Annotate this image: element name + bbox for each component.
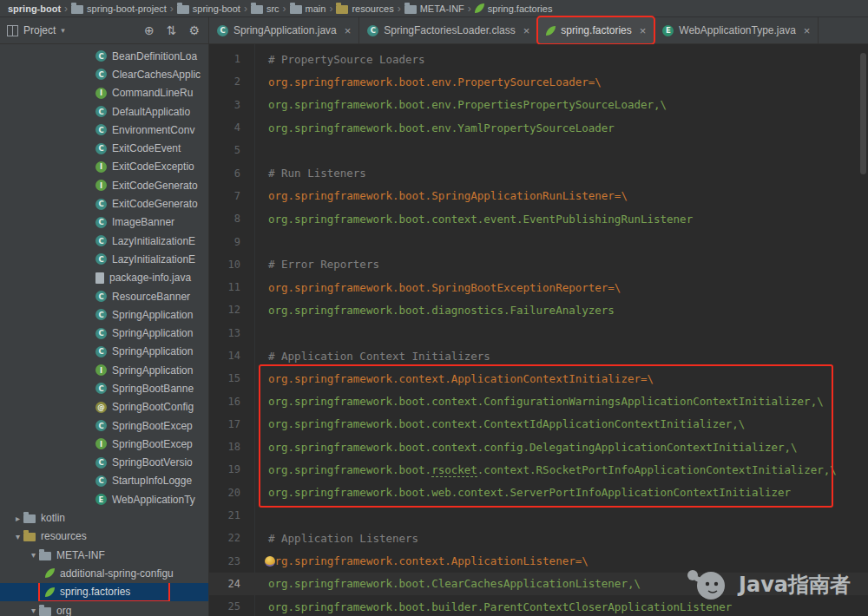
code-line[interactable]: 14# Application Context Initializers — [209, 344, 868, 367]
code-line[interactable]: 22# Application Listeners — [209, 527, 868, 549]
code-line[interactable]: 8org.springframework.boot.context.event.… — [209, 207, 868, 230]
spring-config-icon — [45, 568, 55, 578]
code-text: org.springframework.boot.rsocket.context… — [251, 463, 837, 476]
tree-item[interactable]: CExitCodeEvent — [0, 139, 208, 157]
tree-item[interactable]: CLazyInitializationE — [0, 250, 208, 268]
tree-item[interactable]: CDefaultApplicatio — [0, 102, 208, 121]
enum-icon: E — [662, 25, 674, 36]
tree-item[interactable]: ISpringBootExcep — [0, 435, 208, 453]
project-panel-icon[interactable] — [7, 25, 18, 36]
code-line[interactable]: 17org.springframework.boot.context.Conte… — [209, 413, 868, 436]
code-line[interactable]: 1# PropertySource Loaders — [209, 48, 868, 70]
breadcrumb-separator: › — [244, 3, 247, 15]
tree-item[interactable]: CEnvironmentConv — [0, 121, 208, 139]
tree-item[interactable]: EWebApplicationTy — [0, 490, 208, 508]
tree-item[interactable]: ISpringApplication — [0, 361, 208, 379]
tree-item[interactable]: ▾resources — [0, 528, 208, 546]
code-line[interactable]: 11org.springframework.boot.SpringBootExc… — [209, 276, 868, 298]
code-line[interactable]: 13 — [209, 322, 868, 344]
tree-item[interactable]: ICommandLineRu — [0, 84, 208, 102]
tree-item[interactable]: IExitCodeGenerato — [0, 176, 208, 194]
code-line[interactable]: 21 — [209, 504, 868, 527]
editor-tab[interactable]: CSpringApplication.java× — [209, 17, 359, 43]
line-number: 24 — [209, 578, 251, 590]
breadcrumb-item[interactable]: main — [287, 3, 329, 14]
code-line[interactable]: 2org.springframework.boot.env.PropertySo… — [209, 70, 868, 93]
editor-tab[interactable]: CSpringFactoriesLoader.class× — [359, 17, 538, 43]
chevron-down-icon[interactable]: ▾ — [61, 26, 65, 35]
tree-item-label: StartupInfoLogge — [112, 475, 192, 487]
code-line[interactable]: 10# Error Reporters — [209, 253, 868, 276]
tree-item[interactable]: CStartupInfoLogge — [0, 472, 208, 490]
intention-bulb-icon[interactable] — [265, 556, 275, 567]
line-number: 16 — [209, 396, 251, 408]
breadcrumb-label: resources — [352, 3, 393, 14]
breadcrumb-separator: › — [398, 3, 401, 15]
tree-item[interactable]: package-info.java — [0, 269, 208, 287]
tree-item-label: spring.factories — [60, 586, 130, 598]
breadcrumb-item[interactable]: resources — [333, 3, 396, 14]
tab-close-icon[interactable]: × — [640, 24, 647, 37]
editor-tab[interactable]: spring.factories× — [538, 17, 654, 43]
breadcrumb-label: main — [306, 3, 326, 14]
line-number: 5 — [209, 144, 251, 156]
breadcrumb-item[interactable]: src — [248, 3, 282, 14]
code-line[interactable]: 18org.springframework.boot.context.confi… — [209, 436, 868, 458]
tree-item[interactable]: CSpringBootExcep — [0, 416, 208, 435]
code-line[interactable]: 9 — [209, 230, 868, 252]
code-line[interactable]: 7org.springframework.boot.SpringApplicat… — [209, 185, 868, 207]
tree-item[interactable]: additional-spring-configu — [0, 564, 208, 582]
tree-item[interactable]: CSpringBootVersio — [0, 454, 208, 472]
tree-item-label: SpringBootBanne — [112, 383, 194, 395]
locate-file-icon[interactable]: ⊕ — [144, 23, 155, 37]
tree-item[interactable]: CClearCachesApplic — [0, 65, 208, 83]
code-line[interactable]: 16org.springframework.boot.context.Confi… — [209, 390, 868, 412]
tree-item[interactable]: CSpringApplication — [0, 305, 208, 324]
chevron-expanded-icon[interactable]: ▾ — [12, 532, 23, 541]
tab-close-icon[interactable]: × — [804, 24, 811, 37]
code-line[interactable]: 6# Run Listeners — [209, 161, 868, 184]
breadcrumb-item[interactable]: spring.factories — [472, 3, 556, 14]
breadcrumb-item[interactable]: spring-boot — [174, 3, 243, 14]
project-panel-title[interactable]: Project — [23, 24, 56, 36]
gear-icon[interactable]: ⚙ — [188, 23, 200, 37]
tree-item[interactable]: CResourceBanner — [0, 287, 208, 305]
code-line[interactable]: 3org.springframework.boot.env.Properties… — [209, 94, 868, 116]
line-number: 19 — [209, 463, 251, 475]
tree-item[interactable]: ▸kotlin — [0, 508, 208, 527]
code-line[interactable]: 4org.springframework.boot.env.YamlProper… — [209, 116, 868, 139]
tab-close-icon[interactable]: × — [345, 24, 352, 37]
tree-item[interactable]: ▾org — [0, 601, 208, 616]
tab-close-icon[interactable]: × — [523, 24, 530, 37]
tree-item[interactable]: CBeanDefinitionLoa — [0, 47, 208, 65]
chevron-expanded-icon[interactable]: ▾ — [28, 550, 39, 560]
tree-item[interactable]: @SpringBootConfig — [0, 398, 208, 416]
tree-item[interactable]: CExitCodeGenerato — [0, 194, 208, 213]
editor-scrollbar[interactable] — [860, 53, 866, 174]
code-text: org.springframework.boot.diagnostics.Fai… — [251, 304, 615, 317]
code-line[interactable]: 12org.springframework.boot.diagnostics.F… — [209, 298, 868, 321]
breadcrumb-item[interactable]: spring-boot — [5, 3, 63, 14]
tree-item[interactable]: CImageBanner — [0, 213, 208, 232]
tree-item[interactable]: ▾META-INF — [0, 546, 208, 564]
tree-item[interactable]: CSpringBootBanne — [0, 379, 208, 397]
tree-item[interactable]: IExitCodeExceptio — [0, 158, 208, 176]
tree-item[interactable]: CSpringApplication — [0, 324, 208, 342]
breadcrumb-item[interactable]: spring-boot-project — [69, 3, 169, 14]
editor[interactable]: 1# PropertySource Loaders2org.springfram… — [209, 44, 868, 616]
tree-item[interactable]: CSpringApplication — [0, 343, 208, 361]
code-line[interactable]: 20org.springframework.boot.web.context.S… — [209, 482, 868, 504]
class-icon: C — [95, 50, 107, 62]
chevron-collapsed-icon[interactable]: ▸ — [12, 514, 23, 523]
code-area[interactable]: 1# PropertySource Loaders2org.springfram… — [209, 48, 868, 616]
code-line[interactable]: 5 — [209, 139, 868, 161]
tree-item[interactable]: spring.factories — [0, 583, 208, 601]
sort-icon[interactable]: ⇅ — [167, 23, 177, 37]
code-line[interactable]: 15org.springframework.context.Applicatio… — [209, 367, 868, 390]
breadcrumb-item[interactable]: META-INF — [402, 3, 467, 14]
tree-item[interactable]: CLazyInitializationE — [0, 232, 208, 250]
code-text: org.springframework.boot.SpringApplicati… — [251, 189, 628, 202]
chevron-expanded-icon[interactable]: ▾ — [28, 606, 39, 615]
editor-tab[interactable]: EWebApplicationType.java× — [654, 17, 819, 43]
code-line[interactable]: 19org.springframework.boot.rsocket.conte… — [209, 458, 868, 481]
